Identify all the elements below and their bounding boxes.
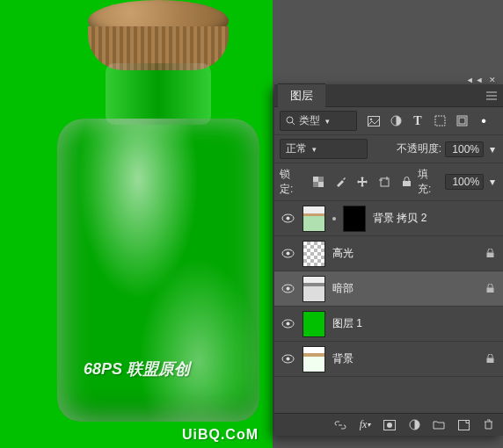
svg-rect-35 xyxy=(458,420,469,430)
opacity-value: 100% xyxy=(452,143,479,155)
visibility-eye-icon[interactable] xyxy=(280,246,295,262)
filter-type-t-icon[interactable]: T xyxy=(410,113,426,129)
watermark-uibq: UiBQ.CoM xyxy=(182,427,259,443)
svg-rect-26 xyxy=(487,288,494,293)
svg-rect-15 xyxy=(381,178,389,186)
group-icon[interactable] xyxy=(431,417,447,433)
lock-all-icon[interactable] xyxy=(398,174,414,190)
filter-type-select[interactable]: 类型 ▾ xyxy=(280,111,357,131)
filter-toggle-icon[interactable]: • xyxy=(476,113,492,129)
svg-point-28 xyxy=(286,322,289,326)
blend-mode-select[interactable]: 正常 ▾ xyxy=(280,139,368,159)
lock-crop-icon[interactable] xyxy=(376,174,392,190)
tab-layers[interactable]: 图层 xyxy=(278,83,325,107)
fill-label: 填充: xyxy=(418,167,441,197)
filter-type-label: 类型 xyxy=(299,113,320,128)
blend-mode-value: 正常 xyxy=(286,141,307,156)
svg-point-3 xyxy=(287,117,293,123)
svg-rect-18 xyxy=(403,181,411,186)
layer-name[interactable]: 暗部 xyxy=(332,281,479,296)
add-mask-icon[interactable] xyxy=(382,417,397,433)
panel-bottom-bar: fx▾ xyxy=(274,413,503,436)
lock-label: 锁定: xyxy=(280,167,303,197)
layer-row[interactable]: 背景 拷贝 2 xyxy=(274,201,503,236)
blend-row: 正常 ▾ 不透明度: 100% ▾ xyxy=(274,135,503,163)
filter-smart-icon[interactable] xyxy=(454,113,470,129)
svg-rect-14 xyxy=(313,182,318,187)
svg-rect-8 xyxy=(435,116,445,126)
layer-thumbnail[interactable] xyxy=(303,311,325,337)
layers-panel: ◄◄ ✕ 图层 类型 ▾ T • 正常 ▾ 不透明度: 1 xyxy=(274,84,503,436)
layer-thumbnail[interactable] xyxy=(303,276,325,302)
new-layer-icon[interactable] xyxy=(456,417,471,433)
panel-tabbar: 图层 xyxy=(274,84,503,107)
layer-thumbnail[interactable] xyxy=(303,241,325,267)
canvas-background: 68PS 联盟原创 UiBQ.CoM xyxy=(0,0,273,448)
search-icon xyxy=(286,116,295,126)
layer-row[interactable]: 背景 xyxy=(274,342,503,377)
svg-rect-13 xyxy=(318,177,324,182)
svg-rect-23 xyxy=(487,253,494,258)
svg-point-6 xyxy=(370,118,372,119)
svg-point-33 xyxy=(387,423,392,428)
filter-row: 类型 ▾ T • xyxy=(274,107,503,135)
svg-rect-10 xyxy=(459,118,465,124)
visibility-eye-icon[interactable] xyxy=(280,316,295,332)
filter-adjust-icon[interactable] xyxy=(388,113,404,129)
svg-rect-31 xyxy=(487,358,494,364)
svg-point-20 xyxy=(286,217,289,220)
layer-row[interactable]: 图层 1 xyxy=(274,307,503,342)
adjustment-layer-icon[interactable] xyxy=(406,417,422,433)
layer-thumbnail[interactable] xyxy=(303,206,325,232)
svg-rect-12 xyxy=(318,182,324,187)
lock-icon xyxy=(486,284,494,293)
lock-icon xyxy=(486,249,494,258)
layer-list: 背景 拷贝 2高光暗部图层 1背景 xyxy=(274,201,503,413)
panel-menu-icon[interactable] xyxy=(485,91,498,100)
filter-image-icon[interactable] xyxy=(366,113,382,129)
trash-icon[interactable] xyxy=(480,417,496,433)
visibility-eye-icon[interactable] xyxy=(280,351,295,367)
panel-collapse-icons[interactable]: ◄◄ ✕ xyxy=(466,76,498,84)
lock-brush-icon[interactable] xyxy=(332,174,348,190)
bottle-image xyxy=(0,0,273,448)
layer-thumbnail[interactable] xyxy=(343,206,366,232)
chevron-down-icon: ▾ xyxy=(325,117,330,126)
filter-shape-icon[interactable] xyxy=(432,113,448,129)
fill-value: 100% xyxy=(452,176,479,188)
bottle-neck xyxy=(106,63,211,125)
chevron-down-icon[interactable]: ▾ xyxy=(487,141,498,157)
lock-move-icon[interactable] xyxy=(354,174,370,190)
layer-thumbnail[interactable] xyxy=(303,346,325,372)
opacity-label: 不透明度: xyxy=(397,141,441,156)
svg-rect-11 xyxy=(313,177,318,182)
svg-point-22 xyxy=(286,252,289,256)
svg-line-4 xyxy=(292,122,295,125)
fill-field[interactable]: 100% xyxy=(445,174,484,190)
visibility-eye-icon[interactable] xyxy=(280,281,295,297)
layer-name[interactable]: 图层 1 xyxy=(332,316,498,331)
svg-point-25 xyxy=(286,287,289,291)
lock-row: 锁定: 填充: 100% ▾ xyxy=(274,163,503,201)
visibility-eye-icon[interactable] xyxy=(280,211,295,227)
chevron-down-icon[interactable]: ▾ xyxy=(487,174,498,190)
watermark-68ps: 68PS 联盟原创 xyxy=(84,358,190,379)
layer-name[interactable]: 高光 xyxy=(332,246,479,261)
layer-row[interactable]: 高光 xyxy=(274,236,503,271)
lock-icon xyxy=(486,354,494,364)
layer-row[interactable]: 暗部 xyxy=(274,271,503,307)
layer-name[interactable]: 背景 拷贝 2 xyxy=(373,211,498,226)
chevron-down-icon: ▾ xyxy=(312,145,317,154)
layer-name[interactable]: 背景 xyxy=(332,351,479,366)
opacity-field[interactable]: 100% xyxy=(445,141,484,157)
link-layers-icon[interactable] xyxy=(332,417,348,433)
mask-link-icon[interactable] xyxy=(332,217,336,220)
fx-icon[interactable]: fx▾ xyxy=(357,417,373,433)
lock-trans-icon[interactable] xyxy=(310,174,326,190)
svg-point-30 xyxy=(286,358,289,361)
